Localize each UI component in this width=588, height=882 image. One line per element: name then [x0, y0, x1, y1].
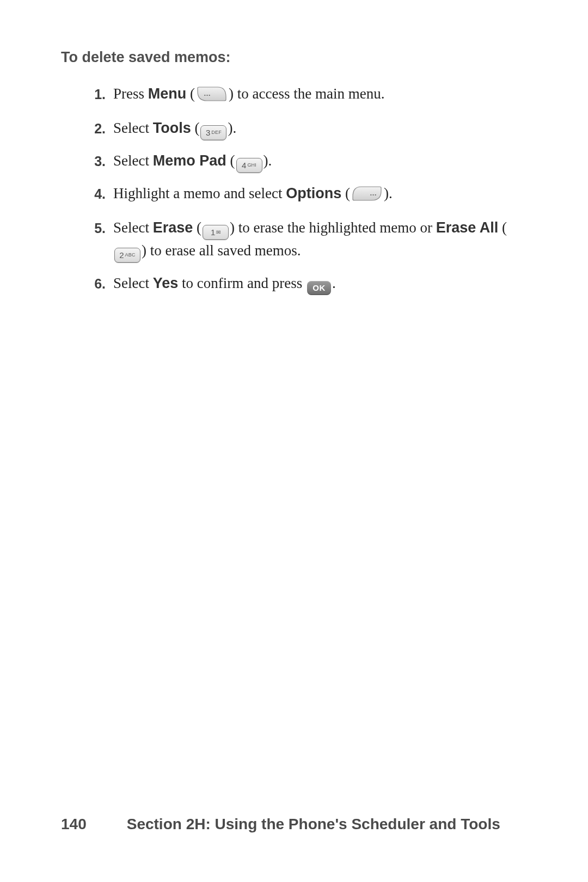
- step-text: Press Menu (…) to access the main menu.: [113, 83, 534, 108]
- erase-all-label: Erase All: [436, 219, 499, 236]
- text: to confirm and press: [178, 275, 306, 291]
- key-2-icon: 2ABC: [114, 248, 140, 263]
- right-softkey-icon: …: [351, 186, 383, 207]
- step-number: 3.: [83, 150, 106, 171]
- text: (: [191, 120, 200, 136]
- left-softkey-icon: …: [196, 86, 228, 108]
- key-digit: 1: [211, 226, 215, 238]
- key-letters: GHI: [247, 162, 256, 169]
- text: ).: [384, 185, 393, 201]
- step-number: 1.: [83, 83, 106, 104]
- text: (: [226, 152, 235, 169]
- text: Select: [113, 120, 153, 136]
- step-1: 1. Press Menu (…) to access the main men…: [83, 83, 534, 108]
- envelope-icon: ✉: [216, 229, 220, 237]
- key-1-icon: 1✉: [203, 225, 229, 240]
- step-text: Select Yes to confirm and press OK.: [113, 273, 534, 295]
- step-number: 2.: [83, 118, 106, 138]
- text: (: [186, 85, 195, 102]
- instruction-list: 1. Press Menu (…) to access the main men…: [83, 83, 534, 295]
- text: Highlight a memo and select: [113, 185, 286, 201]
- erase-label: Erase: [153, 219, 193, 236]
- step-4: 4. Highlight a memo and select Options (…: [83, 183, 534, 207]
- svg-text:…: …: [204, 89, 211, 97]
- key-digit: 2: [119, 249, 124, 261]
- key-digit: 4: [242, 160, 246, 171]
- section-heading: To delete saved memos:: [61, 49, 534, 66]
- text: ) to access the main menu.: [229, 85, 384, 102]
- svg-text:…: …: [370, 189, 377, 197]
- text: Press: [113, 85, 148, 102]
- key-3-icon: 3DEF: [200, 125, 226, 140]
- manual-page: To delete saved memos: 1. Press Menu (…)…: [0, 0, 588, 882]
- text: ).: [264, 152, 272, 169]
- text: ) to erase all saved memos.: [142, 242, 301, 259]
- options-label: Options: [286, 185, 341, 201]
- step-number: 5.: [83, 217, 106, 238]
- step-number: 4.: [83, 183, 106, 204]
- page-number: 140: [61, 816, 87, 833]
- section-title: Section 2H: Using the Phone's Scheduler …: [127, 816, 500, 833]
- text: ).: [228, 120, 236, 136]
- tools-label: Tools: [153, 120, 191, 136]
- page-footer: 140 Section 2H: Using the Phone's Schedu…: [61, 816, 534, 833]
- key-letters: ABC: [125, 252, 136, 259]
- step-text: Select Erase (1✉) to erase the highlight…: [113, 217, 534, 263]
- step-3: 3. Select Memo Pad (4GHI).: [83, 150, 534, 173]
- memopad-label: Memo Pad: [153, 152, 226, 169]
- text: .: [332, 275, 336, 291]
- yes-label: Yes: [153, 275, 179, 291]
- ok-key-icon: OK: [307, 281, 331, 295]
- step-5: 5. Select Erase (1✉) to erase the highli…: [83, 217, 534, 263]
- key-digit: 3: [206, 127, 210, 139]
- menu-label: Menu: [148, 85, 187, 102]
- text: (: [193, 219, 201, 236]
- key-4-icon: 4GHI: [236, 158, 262, 173]
- key-letters: DEF: [211, 129, 222, 136]
- step-6: 6. Select Yes to confirm and press OK.: [83, 273, 534, 295]
- text: ) to erase the highlighted memo or: [230, 219, 436, 236]
- text: Select: [113, 275, 153, 291]
- step-text: Highlight a memo and select Options (…).: [113, 183, 534, 207]
- step-text: Select Tools (3DEF).: [113, 118, 534, 140]
- text: (: [341, 185, 350, 201]
- text: (: [498, 219, 507, 236]
- step-2: 2. Select Tools (3DEF).: [83, 118, 534, 140]
- step-text: Select Memo Pad (4GHI).: [113, 150, 534, 173]
- text: Select: [113, 219, 153, 236]
- text: Select: [113, 152, 153, 169]
- step-number: 6.: [83, 273, 106, 293]
